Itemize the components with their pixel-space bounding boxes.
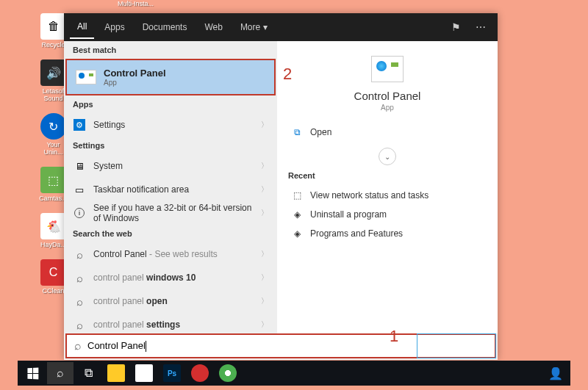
search-icon <box>73 248 86 261</box>
list-item-label: Control Panel - See web results <box>93 249 254 259</box>
settings-item-bits[interactable]: i See if you have a 32-bit or 64-bit ver… <box>64 201 277 225</box>
results-left-panel: Best match Control Panel App Apps ⚙ Sett… <box>64 41 277 333</box>
network-icon: ⬚ <box>291 190 303 201</box>
best-match-subtitle: App <box>104 79 166 87</box>
list-item-label: Taskbar notification area <box>93 184 254 195</box>
taskbar-app-photoshop[interactable]: Ps <box>159 362 185 384</box>
more-options-icon[interactable]: ⋯ <box>470 21 492 33</box>
chevron-right-icon: 〉 <box>261 319 268 330</box>
taskbar-icon <box>73 183 86 196</box>
preview-subtitle: App <box>381 104 394 112</box>
start-button[interactable] <box>19 362 46 384</box>
web-item[interactable]: control panel settings 〉 <box>64 313 277 333</box>
list-item-label: Settings <box>93 120 254 130</box>
search-box[interactable]: Control Panel <box>65 333 496 358</box>
desktop-icon-label: CClean <box>42 287 64 295</box>
chevron-down-icon: ⌄ <box>384 153 390 161</box>
search-icon: ⌕ <box>57 366 64 380</box>
taskbar: ⌕ ⧉ Ps 👤 <box>18 361 570 386</box>
taskbar-app-red[interactable] <box>187 362 213 384</box>
web-item[interactable]: Control Panel - See web results 〉 <box>64 242 277 266</box>
photoshop-icon: Ps <box>163 364 181 382</box>
action-open[interactable]: ⧉ Open <box>288 123 487 142</box>
chevron-right-icon: 〉 <box>261 296 268 306</box>
web-item[interactable]: control panel open 〉 <box>64 289 277 313</box>
search-panel: All Apps Documents Web More ▾ ⚑ ⋯ Best m… <box>64 13 498 360</box>
section-search-web: Search the web <box>64 225 277 242</box>
apps-item-settings[interactable]: ⚙ Settings 〉 <box>64 113 277 137</box>
list-item-label: System <box>93 161 254 171</box>
search-tabs-bar: All Apps Documents Web More ▾ ⚑ ⋯ <box>64 13 498 41</box>
preview-title: Control Panel <box>354 90 421 102</box>
chevron-right-icon: 〉 <box>261 208 268 218</box>
best-match-title: Control Panel <box>104 68 166 79</box>
recent-label: View network status and tasks <box>310 190 429 201</box>
recent-header: Recent <box>288 171 487 180</box>
info-icon: i <box>74 208 85 218</box>
desktop-icon-label-top: Multi-Insta... <box>118 0 154 7</box>
list-item-label: See if you have a 32-bit or 64-bit versi… <box>93 203 254 223</box>
folder-icon <box>107 364 125 382</box>
search-input-text: Control Panel <box>87 340 146 352</box>
search-icon <box>74 339 82 353</box>
taskbar-app-explorer[interactable] <box>103 362 129 384</box>
tab-documents[interactable]: Documents <box>135 16 195 38</box>
list-item-label: control panel open <box>93 296 254 306</box>
list-item-label: control panel settings <box>93 319 254 330</box>
section-best-match: Best match <box>64 41 277 59</box>
annotation-1: 1 <box>390 327 398 346</box>
section-settings: Settings <box>64 137 277 154</box>
store-icon <box>135 364 153 382</box>
web-item[interactable]: control panel windows 10 〉 <box>64 266 277 289</box>
annotation-2: 2 <box>283 65 292 84</box>
action-label: Open <box>310 127 331 137</box>
settings-item-taskbar[interactable]: Taskbar notification area 〉 <box>64 178 277 201</box>
tray-people-icon[interactable]: 👤 <box>542 362 569 384</box>
settings-item-system[interactable]: System 〉 <box>64 154 277 178</box>
desktop-icon-label: Camtas... <box>39 195 68 202</box>
control-panel-icon <box>371 56 404 82</box>
tab-all[interactable]: All <box>70 15 94 39</box>
chevron-right-icon: 〉 <box>261 120 268 130</box>
feedback-icon[interactable]: ⚑ <box>445 21 467 33</box>
recent-item[interactable]: ⬚ View network status and tasks <box>288 186 487 205</box>
round-app-icon <box>191 364 209 382</box>
desktop-icon-label: HayDa... <box>40 241 66 248</box>
programs-icon: ◈ <box>291 209 303 220</box>
chevron-down-icon: ▾ <box>263 22 268 32</box>
tab-more[interactable]: More ▾ <box>233 16 275 38</box>
tab-apps[interactable]: Apps <box>97 16 132 38</box>
programs-icon: ◈ <box>291 228 303 239</box>
taskbar-search-button[interactable]: ⌕ <box>47 362 74 384</box>
search-icon <box>73 318 86 331</box>
recent-item[interactable]: ◈ Programs and Features <box>288 224 487 243</box>
chevron-right-icon: 〉 <box>261 161 268 171</box>
task-view-icon: ⧉ <box>85 366 93 380</box>
search-icon <box>73 271 86 284</box>
chrome-icon <box>219 364 237 382</box>
open-icon: ⧉ <box>291 127 303 137</box>
taskbar-app-store[interactable] <box>131 362 157 384</box>
search-icon <box>73 295 86 308</box>
recent-item[interactable]: ◈ Uninstall a program <box>288 205 487 224</box>
control-panel-icon <box>76 70 96 84</box>
monitor-icon <box>73 159 86 173</box>
gear-icon: ⚙ <box>74 119 85 131</box>
recent-label: Programs and Features <box>310 228 403 239</box>
best-match-item[interactable]: Control Panel App <box>65 59 276 95</box>
preview-right-panel: Control Panel App ⧉ Open ⌄ Recent ⬚ View… <box>277 41 498 333</box>
task-view-button[interactable]: ⧉ <box>75 362 101 384</box>
chevron-right-icon: 〉 <box>261 184 268 195</box>
section-apps: Apps <box>64 95 277 113</box>
chevron-right-icon: 〉 <box>261 272 268 283</box>
list-item-label: control panel windows 10 <box>93 272 254 283</box>
tab-web[interactable]: Web <box>197 16 229 38</box>
expand-button[interactable]: ⌄ <box>379 148 396 165</box>
taskbar-app-chrome[interactable] <box>215 362 241 384</box>
chevron-right-icon: 〉 <box>261 249 268 259</box>
recent-label: Uninstall a program <box>310 209 387 220</box>
windows-logo-icon <box>27 367 38 379</box>
desktop-icon-label: Recycle <box>41 41 65 48</box>
